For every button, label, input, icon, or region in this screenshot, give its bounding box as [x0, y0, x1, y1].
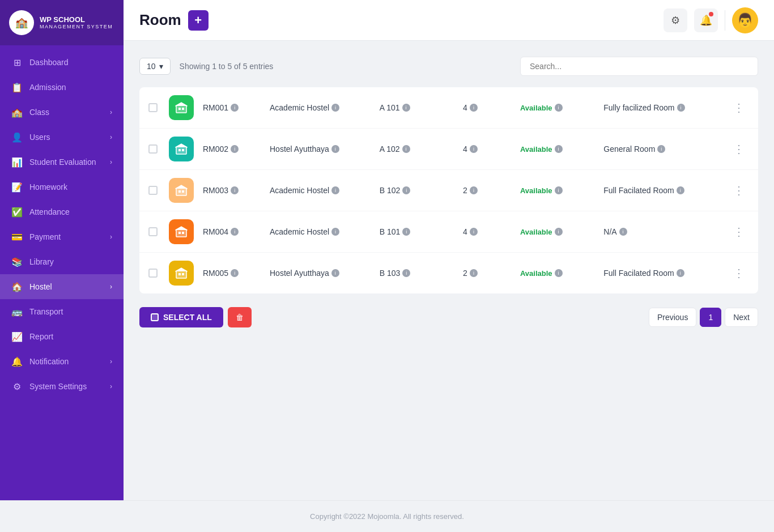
notifications-button[interactable]: 🔔: [694, 8, 718, 32]
info-icon-hostel-4[interactable]: i: [331, 228, 339, 236]
previous-page-button[interactable]: Previous: [649, 308, 696, 327]
sidebar-item-hostel[interactable]: 🏠 Hostel ›: [0, 274, 124, 299]
info-icon-id-3[interactable]: i: [231, 186, 239, 194]
info-icon-status-1[interactable]: i: [555, 104, 563, 112]
info-icon-cap-3[interactable]: i: [470, 186, 478, 194]
row-actions-button-1[interactable]: ⋮: [731, 99, 747, 116]
room-id-1: RM001: [203, 103, 228, 112]
info-icon-id-1[interactable]: i: [231, 104, 239, 112]
row-actions-button-2[interactable]: ⋮: [731, 141, 747, 158]
row-actions-button-3[interactable]: ⋮: [731, 182, 747, 199]
sidebar-item-users[interactable]: 👤 Users ›: [0, 125, 124, 150]
sidebar-item-student-evaluation[interactable]: 📊 Student Evaluation ›: [0, 150, 124, 175]
hostel-icon: 🏠: [11, 281, 23, 292]
svg-rect-3: [176, 147, 186, 154]
info-icon-cap-1[interactable]: i: [470, 104, 478, 112]
info-icon-floor-3[interactable]: i: [402, 186, 410, 194]
sidebar-item-notification[interactable]: 🔔 Notification ›: [0, 349, 124, 374]
class-icon: 🏫: [11, 107, 23, 118]
info-icon-hostel-2[interactable]: i: [331, 145, 339, 153]
room-desc-5: Full Facilated Room: [603, 269, 674, 278]
info-icon-desc-5[interactable]: i: [677, 269, 684, 277]
sidebar-item-class[interactable]: 🏫 Class ›: [0, 100, 124, 125]
notification-arrow-icon: ›: [110, 357, 112, 365]
table-controls: 10 ▾ Showing 1 to 5 of 5 entries: [139, 57, 758, 76]
table-row: RM004i Academic Hosteli B 101i 4i Availa…: [139, 211, 758, 253]
delete-button[interactable]: 🗑: [228, 307, 252, 327]
info-icon-desc-3[interactable]: i: [677, 186, 684, 194]
room-floor-5: B 103: [380, 269, 401, 278]
row-checkbox-2[interactable]: [148, 144, 158, 154]
room-desc-4: N/A: [603, 227, 616, 236]
info-icon-id-2[interactable]: i: [231, 145, 239, 153]
room-capacity-3: 2: [463, 186, 467, 195]
row-actions-button-5[interactable]: ⋮: [731, 265, 747, 282]
sidebar-item-system-settings[interactable]: ⚙ System Settings ›: [0, 374, 124, 399]
info-icon-id-5[interactable]: i: [231, 269, 239, 277]
sidebar-label-class: Class: [29, 108, 49, 117]
info-icon-desc-1[interactable]: i: [677, 104, 685, 112]
info-icon-floor-5[interactable]: i: [402, 269, 410, 277]
info-icon-status-2[interactable]: i: [555, 145, 563, 153]
bottom-left: SELECT ALL 🗑: [139, 307, 252, 327]
evaluation-icon: 📊: [11, 156, 23, 168]
info-icon-cap-2[interactable]: i: [470, 145, 478, 153]
sidebar-item-library[interactable]: 📚 Library: [0, 249, 124, 274]
user-avatar[interactable]: 👨: [732, 7, 758, 33]
table-row: RM001i Academic Hosteli A 101i 4i Availa…: [139, 87, 758, 129]
sidebar-item-transport[interactable]: 🚌 Transport: [0, 299, 124, 324]
sidebar-label-notification: Notification: [29, 357, 69, 366]
room-floor-1: A 101: [380, 103, 400, 112]
info-icon-id-4[interactable]: i: [231, 228, 239, 236]
info-icon-floor-4[interactable]: i: [402, 228, 410, 236]
svg-rect-7: [178, 190, 181, 193]
info-icon-hostel-3[interactable]: i: [331, 186, 339, 194]
page-title-text: Room: [139, 11, 181, 29]
sidebar-label-hostel: Hostel: [29, 282, 52, 291]
sidebar-navigation: ⊞ Dashboard 📋 Admission 🏫 Class › 👤 User…: [0, 45, 124, 403]
info-icon-floor-1[interactable]: i: [402, 104, 410, 112]
row-checkbox-3[interactable]: [148, 186, 158, 195]
info-icon-status-5[interactable]: i: [555, 269, 563, 277]
room-desc-2: General Room: [603, 144, 655, 154]
logo-icon: 🏫: [9, 10, 34, 35]
page-1-button[interactable]: 1: [700, 308, 721, 327]
sidebar-item-homework[interactable]: 📝 Homework: [0, 175, 124, 199]
room-desc-3: Full Facilated Room: [603, 186, 674, 195]
payment-arrow-icon: ›: [110, 233, 112, 241]
room-status-4: Available: [520, 228, 552, 236]
sidebar-label-evaluation: Student Evaluation: [29, 158, 96, 167]
info-icon-floor-2[interactable]: i: [402, 145, 410, 153]
sidebar-label-users: Users: [29, 133, 50, 142]
info-icon-desc-4[interactable]: i: [619, 228, 627, 236]
room-capacity-5: 2: [463, 269, 467, 278]
info-icon-cap-5[interactable]: i: [470, 269, 478, 277]
next-page-button[interactable]: Next: [725, 308, 758, 327]
room-hostel-3: Academic Hostel: [270, 186, 329, 195]
logo-text: WP SCHOOL MANAGEMENT SYSTEM: [40, 15, 113, 30]
select-all-button[interactable]: SELECT ALL: [139, 307, 223, 327]
sidebar-item-report[interactable]: 📈 Report: [0, 324, 124, 349]
sidebar-label-homework: Homework: [29, 182, 67, 191]
info-icon-desc-2[interactable]: i: [657, 145, 665, 153]
room-icon-3: [169, 178, 194, 203]
row-actions-button-4[interactable]: ⋮: [731, 223, 747, 240]
row-checkbox-4[interactable]: [148, 227, 158, 236]
divider: [725, 10, 725, 31]
settings-button[interactable]: ⚙: [664, 8, 687, 32]
row-checkbox-5[interactable]: [148, 269, 158, 278]
entries-select[interactable]: 10 ▾: [139, 58, 171, 75]
sidebar-item-admission[interactable]: 📋 Admission: [0, 75, 124, 100]
info-icon-status-3[interactable]: i: [555, 186, 563, 194]
sidebar-item-dashboard[interactable]: ⊞ Dashboard: [0, 50, 124, 75]
add-room-button[interactable]: +: [188, 10, 209, 31]
search-input[interactable]: [520, 57, 758, 76]
row-checkbox-1[interactable]: [148, 103, 158, 112]
info-icon-hostel-1[interactable]: i: [331, 104, 339, 112]
info-icon-hostel-5[interactable]: i: [331, 269, 339, 277]
sidebar-item-payment[interactable]: 💳 Payment ›: [0, 224, 124, 249]
info-icon-cap-4[interactable]: i: [470, 228, 478, 236]
sidebar-item-attendance[interactable]: ✅ Attendance: [0, 199, 124, 224]
sidebar-label-admission: Admission: [29, 83, 66, 92]
info-icon-status-4[interactable]: i: [555, 228, 563, 236]
